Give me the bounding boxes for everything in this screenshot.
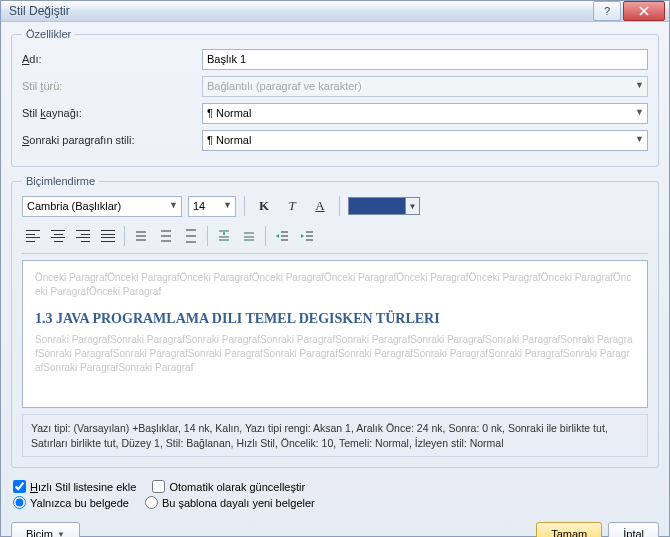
align-left-button[interactable] <box>22 225 44 247</box>
preview-prev-paragraph: Önceki ParagrafÖnceki ParagrafÖnceki Par… <box>35 271 635 299</box>
separator <box>244 196 245 216</box>
formatting-group: Biçimlendirme Cambria (Başlıklar) ▼ 14 ▼… <box>11 175 659 468</box>
line-spacing-icon <box>134 229 148 243</box>
size-select[interactable]: 14 <box>188 196 236 217</box>
align-right-icon <box>76 230 90 242</box>
line-spacing-2-button[interactable] <box>180 225 202 247</box>
separator <box>124 226 125 246</box>
close-button[interactable] <box>623 1 665 21</box>
indent-increase-button[interactable] <box>296 225 318 247</box>
format-row-2 <box>22 223 648 254</box>
name-input[interactable] <box>202 49 648 70</box>
indent-dec-icon <box>275 229 289 243</box>
properties-group: Özellikler Adı: Stil türü: Bağlantılı (p… <box>11 28 659 167</box>
font-select[interactable]: Cambria (Başlıklar) <box>22 196 182 217</box>
type-select: Bağlantılı (paragraf ve karakter) <box>202 76 648 97</box>
type-label: Stil türü: <box>22 80 202 92</box>
next-select[interactable]: ¶ Normal <box>202 130 648 151</box>
auto-update-checkbox[interactable]: Otomatik olarak güncelleştir <box>152 480 305 493</box>
line-spacing-15-button[interactable] <box>155 225 177 247</box>
format-button[interactable]: Biçim ▼ <box>11 522 80 537</box>
align-center-button[interactable] <box>47 225 69 247</box>
quick-style-checkbox[interactable]: Hızlı Stil listesine ekle <box>13 480 136 493</box>
separator <box>207 226 208 246</box>
button-bar: Biçim ▼ Tamam İptal <box>11 516 659 537</box>
options-area: Hızlı Stil listesine ekle Otomatik olara… <box>11 476 659 516</box>
properties-legend: Özellikler <box>22 28 75 40</box>
template-radio[interactable]: Bu şablona dayalı yeni belgeler <box>145 496 315 509</box>
align-center-icon <box>51 230 65 242</box>
line-spacing-1-button[interactable] <box>130 225 152 247</box>
chevron-down-icon: ▼ <box>57 530 65 537</box>
font-color-dropdown[interactable]: ▼ <box>406 197 420 215</box>
titlebar-buttons: ? <box>593 1 667 21</box>
separator <box>339 196 340 216</box>
align-left-icon <box>26 230 40 242</box>
row-next: Sonraki paragrafın stili: ¶ Normal ▼ <box>22 129 648 151</box>
dialog-content: Özellikler Adı: Stil türü: Bağlantılı (p… <box>1 22 669 537</box>
titlebar: Stil Değiştir ? <box>1 1 669 22</box>
preview-box: Önceki ParagrafÖnceki ParagrafÖnceki Par… <box>22 260 648 408</box>
name-label: Adı: <box>22 53 202 65</box>
based-label: Stil kaynağı: <box>22 107 202 119</box>
row-based: Stil kaynağı: ¶ Normal ▼ <box>22 102 648 124</box>
preview-next-paragraph: Sonraki ParagrafSonraki ParagrafSonraki … <box>35 333 635 375</box>
next-label: Sonraki paragrafın stili: <box>22 134 202 146</box>
space-before-dec-button[interactable] <box>238 225 260 247</box>
help-button[interactable]: ? <box>593 1 621 21</box>
align-justify-button[interactable] <box>97 225 119 247</box>
preview-heading: 1.3 JAVA PROGRAMLAMA DILI TEMEL DEGISKEN… <box>35 309 635 329</box>
row-name: Adı: <box>22 48 648 70</box>
row-type: Stil türü: Bağlantılı (paragraf ve karak… <box>22 75 648 97</box>
only-this-doc-radio[interactable]: Yalnızca bu belgede <box>13 496 129 509</box>
style-description: Yazı tipi: (Varsayılan) +Başlıklar, 14 n… <box>22 414 648 457</box>
space-before-inc-button[interactable] <box>213 225 235 247</box>
ok-button[interactable]: Tamam <box>536 522 602 537</box>
dialog-window: Stil Değiştir ? Özellikler Adı: Stil tür… <box>0 0 670 537</box>
indent-inc-icon <box>300 229 314 243</box>
line-spacing-icon <box>159 229 173 243</box>
separator <box>265 226 266 246</box>
cancel-button[interactable]: İptal <box>608 522 659 537</box>
align-justify-icon <box>101 230 115 242</box>
para-space-icon <box>217 229 231 243</box>
bold-button[interactable]: K <box>253 195 275 217</box>
indent-decrease-button[interactable] <box>271 225 293 247</box>
format-row-1: Cambria (Başlıklar) ▼ 14 ▼ K T A ▼ <box>22 195 648 217</box>
based-select[interactable]: ¶ Normal <box>202 103 648 124</box>
underline-button[interactable]: A <box>309 195 331 217</box>
window-title: Stil Değiştir <box>9 4 593 18</box>
font-color-swatch[interactable] <box>348 197 406 215</box>
align-right-button[interactable] <box>72 225 94 247</box>
italic-button[interactable]: T <box>281 195 303 217</box>
formatting-legend: Biçimlendirme <box>22 175 99 187</box>
line-spacing-icon <box>184 229 198 243</box>
close-icon <box>639 6 649 16</box>
para-space-icon <box>242 229 256 243</box>
